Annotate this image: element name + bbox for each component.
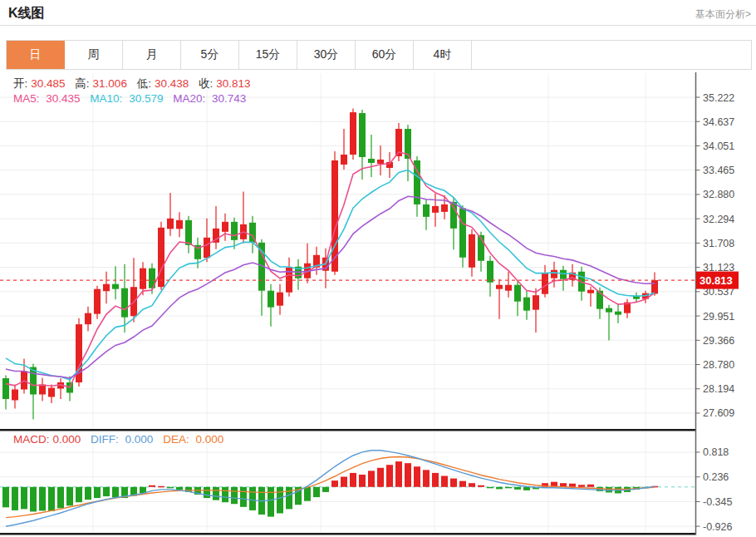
open-label: 开: bbox=[13, 77, 27, 90]
dea-label: DEA: bbox=[163, 433, 189, 446]
high-label: 高: bbox=[75, 77, 89, 90]
svg-text:29.951: 29.951 bbox=[703, 311, 734, 323]
macd-readout: MACD:0.000 DIFF: 0.000 DEA: 0.000 bbox=[13, 433, 230, 446]
dea-value: 0.000 bbox=[195, 433, 223, 446]
tab-60min[interactable]: 60分 bbox=[356, 41, 414, 69]
diff-label: DIFF: bbox=[91, 433, 119, 446]
svg-text:34.637: 34.637 bbox=[703, 116, 734, 128]
grid-layer bbox=[0, 73, 696, 532]
tab-15min[interactable]: 15分 bbox=[239, 41, 297, 69]
svg-text:-0.926: -0.926 bbox=[703, 521, 732, 533]
svg-text:27.609: 27.609 bbox=[703, 407, 734, 419]
svg-text:30.813: 30.813 bbox=[700, 274, 733, 287]
ma5-line bbox=[6, 152, 655, 387]
tab-30min[interactable]: 30分 bbox=[297, 41, 356, 69]
svg-text:33.465: 33.465 bbox=[703, 165, 734, 176]
ma20-value: 30.743 bbox=[212, 92, 246, 105]
tab-month[interactable]: 月 bbox=[123, 41, 181, 69]
tab-filler bbox=[472, 41, 751, 69]
diff-value: 0.000 bbox=[125, 433, 154, 446]
current-price-badge: 30.813 bbox=[696, 272, 739, 289]
svg-text:0.236: 0.236 bbox=[703, 471, 729, 483]
price-axis: 35.22234.63734.05133.46532.88032.29431.7… bbox=[696, 92, 735, 420]
macd-value: 0.000 bbox=[53, 433, 81, 446]
ma5-value: 30.435 bbox=[46, 92, 80, 105]
svg-text:31.708: 31.708 bbox=[703, 238, 734, 249]
svg-text:35.222: 35.222 bbox=[703, 92, 734, 104]
svg-text:-0.345: -0.345 bbox=[703, 496, 732, 508]
page-title: K线图 bbox=[8, 5, 45, 22]
close-label: 收: bbox=[199, 77, 213, 90]
ma-readout: MA5: 30.435 MA10: 30.579 MA20: 30.743 bbox=[13, 92, 253, 105]
high-value: 31.006 bbox=[93, 77, 127, 90]
open-value: 30.485 bbox=[31, 77, 65, 90]
svg-text:32.880: 32.880 bbox=[703, 189, 734, 200]
header-divider bbox=[0, 25, 756, 26]
panel-borders bbox=[0, 72, 696, 535]
svg-text:28.780: 28.780 bbox=[703, 359, 734, 371]
svg-text:0.818: 0.818 bbox=[703, 446, 729, 458]
tab-day[interactable]: 日 bbox=[7, 41, 65, 69]
ohlc-readout: 开:30.485 高:31.006 低:30.438 收:30.813 bbox=[13, 76, 258, 91]
svg-text:34.051: 34.051 bbox=[703, 140, 734, 152]
svg-text:29.366: 29.366 bbox=[703, 335, 734, 347]
tab-4hour[interactable]: 4时 bbox=[414, 41, 472, 69]
tab-week[interactable]: 周 bbox=[65, 41, 123, 69]
kline-page: 35.22234.63734.05133.46532.88032.29431.7… bbox=[0, 0, 756, 537]
ma20-label: MA20: bbox=[173, 92, 205, 105]
period-tabs: 日 周 月 5分 15分 30分 60分 4时 bbox=[6, 40, 752, 70]
close-value: 30.813 bbox=[216, 77, 250, 90]
low-label: 低: bbox=[137, 77, 151, 90]
macd-axis: 0.8180.236-0.345-0.926 bbox=[696, 446, 733, 532]
svg-text:32.294: 32.294 bbox=[703, 214, 734, 225]
tab-5min[interactable]: 5分 bbox=[181, 41, 239, 69]
fundamental-analysis-link[interactable]: 基本面分析> bbox=[695, 7, 751, 22]
ma10-label: MA10: bbox=[90, 92, 122, 105]
svg-text:28.194: 28.194 bbox=[703, 383, 734, 395]
low-value: 30.438 bbox=[155, 77, 189, 90]
ma10-value: 30.579 bbox=[129, 92, 163, 105]
ma5-label: MA5: bbox=[13, 92, 40, 105]
macd-label: MACD: bbox=[13, 433, 50, 446]
